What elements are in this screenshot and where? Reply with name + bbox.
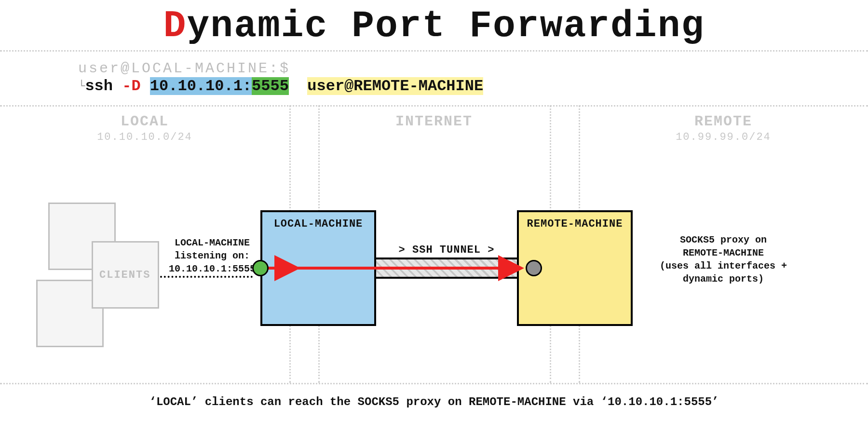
flow-arrow [0, 0, 868, 434]
listen-port-icon [252, 260, 269, 276]
footer-caption: ‘LOCAL’ clients can reach the SOCKS5 pro… [0, 395, 868, 408]
remote-port-icon [526, 260, 542, 276]
